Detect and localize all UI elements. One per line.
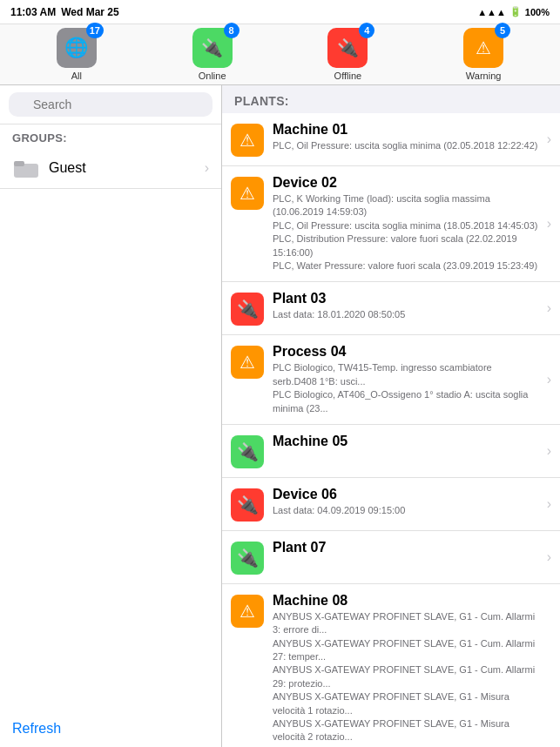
tab-online-badge: 8 xyxy=(224,23,240,38)
plant-name-plant07: Plant 07 xyxy=(273,540,538,555)
tab-offline-badge: 4 xyxy=(359,23,374,38)
plant-name-process04: Process 04 xyxy=(273,344,538,360)
plant-item-plant07[interactable]: 🔌Plant 07› xyxy=(222,531,560,584)
warning-symbol-icon: ⚠ xyxy=(240,183,255,204)
sidebar-item-guest[interactable]: Guest › xyxy=(0,148,221,189)
sidebar-chevron: › xyxy=(205,160,209,176)
warning-symbol-icon: ⚠ xyxy=(240,130,255,151)
tab-offline[interactable]: 🔌 4 Offline xyxy=(321,28,374,81)
plant-info-process04: Process 04PLC Biologico, TW415-Temp. ing… xyxy=(273,344,538,415)
folder-icon xyxy=(12,157,40,179)
plant-item-plant03[interactable]: 🔌Plant 03Last data: 18.01.2020 08:50:05› xyxy=(222,282,560,335)
status-bar: 11:03 AM Wed Mar 25 ▲▲▲ 🔋 100% xyxy=(0,0,560,24)
plant-name-device02: Device 02 xyxy=(273,175,538,191)
tab-all-icon: 🌐 17 xyxy=(57,28,97,68)
plant-desc-plant03: Last data: 18.01.2020 08:50:05 xyxy=(273,308,538,321)
plant-info-machine01: Machine 01PLC, Oil Pressure: uscita sogl… xyxy=(273,122,538,152)
sidebar-guest-label: Guest xyxy=(49,160,196,176)
plant-item-machine08[interactable]: ⚠Machine 08ANYBUS X-GATEWAY PROFINET SLA… xyxy=(222,584,560,747)
plant-info-device02: Device 02PLC, K Working Time (load): usc… xyxy=(273,175,538,273)
status-indicators: ▲▲▲ 🔋 100% xyxy=(477,6,550,17)
plant-desc-device02: PLC, K Working Time (load): uscita sogli… xyxy=(273,192,538,273)
main-layout: 🔍 GROUPS: Guest › Refresh PLANTS: ⚠Machi… xyxy=(0,85,560,747)
plant-chevron-machine01: › xyxy=(547,131,551,147)
plant-item-machine05[interactable]: 🔌Machine 05› xyxy=(222,425,560,478)
status-time: 11:03 AM xyxy=(10,6,56,18)
tab-warning[interactable]: ⚠ 5 Warning xyxy=(457,28,509,81)
globe-icon: 🌐 xyxy=(64,37,88,59)
plant-info-plant07: Plant 07 xyxy=(273,540,538,557)
tab-all-badge: 17 xyxy=(86,23,104,38)
svg-rect-1 xyxy=(14,161,24,166)
wifi-icon: ▲▲▲ xyxy=(477,7,506,17)
tab-offline-icon: 🔌 4 xyxy=(327,28,368,68)
tab-bar: 🌐 17 All 🔌 8 Online 🔌 4 Offline ⚠ 5 Warn… xyxy=(0,24,560,85)
plant-name-device06: Device 06 xyxy=(273,487,538,502)
refresh-button[interactable]: Refresh xyxy=(12,714,209,737)
plant-desc-device06: Last data: 04.09.2019 09:15:00 xyxy=(273,504,538,517)
plant-chevron-plant07: › xyxy=(547,549,551,565)
battery-icon: 🔋 xyxy=(509,6,522,17)
groups-label: GROUPS: xyxy=(0,124,221,148)
plant-item-device06[interactable]: 🔌Device 06Last data: 04.09.2019 09:15:00… xyxy=(222,478,560,531)
plant-name-machine05: Machine 05 xyxy=(273,434,538,449)
plant-info-device06: Device 06Last data: 04.09.2019 09:15:00 xyxy=(273,487,538,517)
plants-list: ⚠Machine 01PLC, Oil Pressure: uscita sog… xyxy=(222,113,560,747)
online-symbol-icon: 🔌 xyxy=(237,548,259,569)
status-date: Wed Mar 25 xyxy=(61,6,118,18)
plant-icon-process04: ⚠ xyxy=(231,346,264,379)
plant-desc-machine01: PLC, Oil Pressure: uscita soglia minima … xyxy=(273,139,538,152)
warning-symbol-icon: ⚠ xyxy=(240,352,255,373)
sidebar: 🔍 GROUPS: Guest › Refresh xyxy=(0,85,222,747)
plant-item-machine01[interactable]: ⚠Machine 01PLC, Oil Pressure: uscita sog… xyxy=(222,113,560,166)
plant-info-machine08: Machine 08ANYBUS X-GATEWAY PROFINET SLAV… xyxy=(273,593,538,747)
plant-icon-device06: 🔌 xyxy=(231,488,264,522)
plant-info-plant03: Plant 03Last data: 18.01.2020 08:50:05 xyxy=(273,291,538,321)
tab-warning-label: Warning xyxy=(466,71,502,81)
plant-icon-plant03: 🔌 xyxy=(231,293,264,326)
plant-icon-machine01: ⚠ xyxy=(231,124,264,157)
plant-icon-machine08: ⚠ xyxy=(231,595,264,628)
plant-icon-machine05: 🔌 xyxy=(231,435,264,468)
plant-item-process04[interactable]: ⚠Process 04PLC Biologico, TW415-Temp. in… xyxy=(222,335,560,425)
plant-desc-machine08: ANYBUS X-GATEWAY PROFINET SLAVE, G1 - Cu… xyxy=(273,610,538,747)
plant-icon-device02: ⚠ xyxy=(231,177,264,210)
plug-online-icon: 🔌 xyxy=(201,37,223,58)
tab-online[interactable]: 🔌 8 Online xyxy=(186,28,239,81)
plant-item-device02[interactable]: ⚠Device 02PLC, K Working Time (load): us… xyxy=(222,166,560,282)
battery-level: 100% xyxy=(525,7,550,17)
search-input[interactable] xyxy=(9,92,213,117)
plant-name-machine01: Machine 01 xyxy=(273,122,538,138)
tab-all[interactable]: 🌐 17 All xyxy=(51,28,103,81)
plant-info-machine05: Machine 05 xyxy=(273,434,538,451)
plant-icon-plant07: 🔌 xyxy=(231,542,264,575)
tab-warning-icon: ⚠ 5 xyxy=(463,28,503,68)
offline-symbol-icon: 🔌 xyxy=(237,495,259,515)
tab-offline-label: Offline xyxy=(334,71,362,81)
plug-offline-icon: 🔌 xyxy=(337,37,359,58)
tab-online-label: Online xyxy=(199,71,226,81)
tab-all-label: All xyxy=(71,71,82,81)
warning-symbol-icon: ⚠ xyxy=(240,601,255,622)
online-symbol-icon: 🔌 xyxy=(237,441,259,462)
tab-warning-badge: 5 xyxy=(495,23,510,38)
search-bar: 🔍 xyxy=(0,85,221,124)
plant-name-plant03: Plant 03 xyxy=(273,291,538,306)
plant-name-machine08: Machine 08 xyxy=(273,593,538,609)
warning-icon: ⚠ xyxy=(476,37,491,58)
plant-desc-process04: PLC Biologico, TW415-Temp. ingresso scam… xyxy=(273,361,538,415)
plant-chevron-plant03: › xyxy=(547,300,551,316)
offline-symbol-icon: 🔌 xyxy=(237,299,259,320)
plant-chevron-process04: › xyxy=(547,372,551,387)
plant-chevron-device06: › xyxy=(547,496,551,512)
plant-chevron-machine05: › xyxy=(547,443,551,459)
tab-online-icon: 🔌 8 xyxy=(192,28,233,68)
plants-header: PLANTS: xyxy=(222,85,560,113)
search-wrapper: 🔍 xyxy=(9,92,213,117)
plant-chevron-device02: › xyxy=(547,216,551,232)
content-area: PLANTS: ⚠Machine 01PLC, Oil Pressure: us… xyxy=(222,85,560,747)
